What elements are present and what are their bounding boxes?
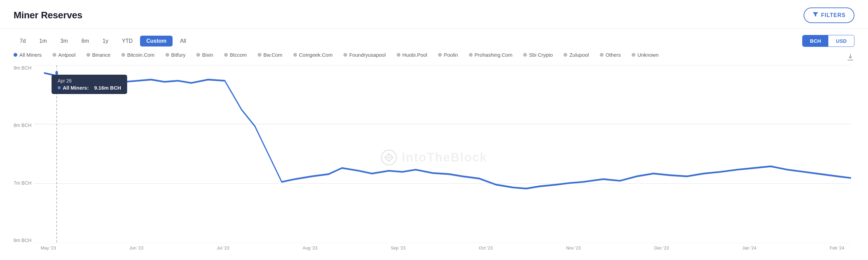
x-label-may23: May '23 <box>41 245 56 250</box>
time-btn-6m[interactable]: 6m <box>75 36 95 47</box>
legend-label-poolin: Poolin <box>444 52 458 58</box>
legend-item-prohashing[interactable]: Prohashing.Com <box>469 52 513 58</box>
legend-label-antpool: Antpool <box>58 52 76 58</box>
time-btn-1y[interactable]: 1y <box>97 36 115 47</box>
legend-item-sbicrypto[interactable]: Sbi Crypto <box>523 52 553 58</box>
legend-item-btccom[interactable]: Btccom <box>224 52 247 58</box>
legend-item-others[interactable]: Others <box>600 52 621 58</box>
legend-item-binance[interactable]: Binance <box>86 52 111 58</box>
legend-item-antpool[interactable]: Antpool <box>53 52 76 58</box>
time-btn-1m[interactable]: 1m <box>33 36 53 47</box>
x-label-sep23: Sep '23 <box>391 245 406 250</box>
header-bar: Miner Reserves FILTERS <box>0 0 868 29</box>
chart-inner: Apr 26 All Miners: 9.16m BCH May '23 Jun… <box>34 65 851 243</box>
y-label-9m: 9m BCH <box>14 65 32 71</box>
x-label-jan24: Jan '24 <box>742 245 756 250</box>
chart-area: IntoTheBlock 9m BCH 8m BCH 7m BCH 6m BCH <box>14 62 854 253</box>
legend-label-foundry: Foundryusapool <box>349 52 386 58</box>
y-axis-labels: 9m BCH 8m BCH 7m BCH 6m BCH <box>14 62 32 253</box>
y-label-8m: 8m BCH <box>14 123 32 128</box>
x-label-oct23: Oct '23 <box>479 245 493 250</box>
legend-dot-all-miners <box>14 53 17 57</box>
currency-btn-bch[interactable]: BCH <box>803 35 829 47</box>
time-btn-custom[interactable]: Custom <box>140 36 173 47</box>
legend-label-bwcom: Bw.Com <box>263 52 282 58</box>
x-label-jun23: Jun '23 <box>129 245 143 250</box>
legend-label-bitcoincom: Bitcoin.Com <box>127 52 155 58</box>
currency-toggle: BCH USD <box>802 35 854 47</box>
legend-label-coingeek: Coingeek.Com <box>299 52 333 58</box>
legend-dot-bitcoincom <box>121 53 125 57</box>
y-label-6m: 6m BCH <box>14 238 32 243</box>
svg-point-6 <box>55 70 58 76</box>
legend-item-huobi[interactable]: Huobi.Pool <box>397 52 427 58</box>
legend-label-unknown: Unknown <box>637 52 659 58</box>
time-btn-3m[interactable]: 3m <box>54 36 74 47</box>
x-label-nov23: Nov '23 <box>566 245 581 250</box>
x-label-aug23: Aug '23 <box>303 245 318 250</box>
legend-label-btccom: Btccom <box>230 52 247 58</box>
currency-btn-usd[interactable]: USD <box>828 35 854 47</box>
legend-label-prohashing: Prohashing.Com <box>475 52 513 58</box>
page-container: Miner Reserves FILTERS 7d 1m 3m 6m <box>0 0 868 260</box>
legend-label-bixin: Bixin <box>202 52 213 58</box>
legend-dot-antpool <box>53 53 56 57</box>
x-axis-labels: May '23 Jun '23 Jul '23 Aug '23 Sep '23 … <box>34 245 851 250</box>
legend-row: All Miners Antpool Binance Bitcoin.Com B… <box>14 50 854 62</box>
legend-item-coingeek[interactable]: Coingeek.Com <box>293 52 333 58</box>
legend-label-all-miners: All Miners <box>19 52 42 58</box>
legend-item-bitcoincom[interactable]: Bitcoin.Com <box>121 52 155 58</box>
legend-dot-foundry <box>343 53 347 57</box>
legend-dot-bwcom <box>258 53 261 57</box>
chart-svg <box>34 65 851 243</box>
time-buttons: 7d 1m 3m 6m 1y YTD Custom All <box>14 36 192 47</box>
funnel-icon <box>812 12 818 19</box>
legend-label-binance: Binance <box>92 52 111 58</box>
legend-dot-poolin <box>438 53 442 57</box>
legend-dot-sbicrypto <box>523 53 527 57</box>
legend-dot-unknown <box>632 53 635 57</box>
legend-dot-binance <box>86 53 90 57</box>
legend-dot-bitfury <box>165 53 169 57</box>
legend-dot-huobi <box>397 53 400 57</box>
legend-item-foundry[interactable]: Foundryusapool <box>343 52 386 58</box>
legend-item-poolin[interactable]: Poolin <box>438 52 458 58</box>
legend-dot-prohashing <box>469 53 473 57</box>
legend-dot-coingeek <box>293 53 297 57</box>
x-label-feb24: Feb '24 <box>830 245 844 250</box>
legend-dot-zulupool <box>564 53 567 57</box>
legend-item-all-miners[interactable]: All Miners <box>14 52 42 58</box>
time-btn-7d[interactable]: 7d <box>14 36 32 47</box>
chart-section: 7d 1m 3m 6m 1y YTD Custom All BCH USD Al… <box>0 29 868 260</box>
legend-item-bitfury[interactable]: Bitfury <box>165 52 186 58</box>
y-label-7m: 7m BCH <box>14 180 32 186</box>
filters-button[interactable]: FILTERS <box>804 7 854 23</box>
legend-label-others: Others <box>606 52 621 58</box>
filters-label: FILTERS <box>821 12 846 18</box>
toolbar-row: 7d 1m 3m 6m 1y YTD Custom All BCH USD <box>14 29 854 50</box>
x-label-jul23: Jul '23 <box>217 245 229 250</box>
x-label-dec23: Dec '23 <box>654 245 669 250</box>
legend-label-sbicrypto: Sbi Crypto <box>529 52 553 58</box>
legend-dot-btccom <box>224 53 228 57</box>
time-btn-all[interactable]: All <box>174 36 192 47</box>
legend-dot-others <box>600 53 604 57</box>
legend-item-zulupool[interactable]: Zulupool <box>564 52 589 58</box>
legend-item-unknown[interactable]: Unknown <box>632 52 659 58</box>
legend-item-bixin[interactable]: Bixin <box>196 52 213 58</box>
legend-label-bitfury: Bitfury <box>171 52 186 58</box>
legend-dot-bixin <box>196 53 200 57</box>
time-btn-ytd[interactable]: YTD <box>116 36 139 47</box>
page-title: Miner Reserves <box>14 10 82 21</box>
legend-label-huobi: Huobi.Pool <box>402 52 427 58</box>
legend-item-bwcom[interactable]: Bw.Com <box>258 52 282 58</box>
legend-label-zulupool: Zulupool <box>569 52 589 58</box>
